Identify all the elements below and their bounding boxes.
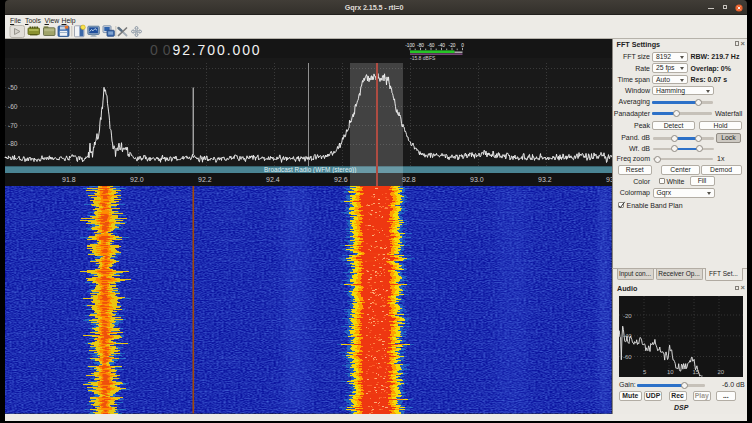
svg-text:10: 10 [667,369,674,375]
svg-text:-60: -60 [623,354,632,360]
svg-text:5: 5 [643,369,647,375]
svg-text:20: 20 [718,369,725,375]
svg-text:-20: -20 [623,313,632,319]
